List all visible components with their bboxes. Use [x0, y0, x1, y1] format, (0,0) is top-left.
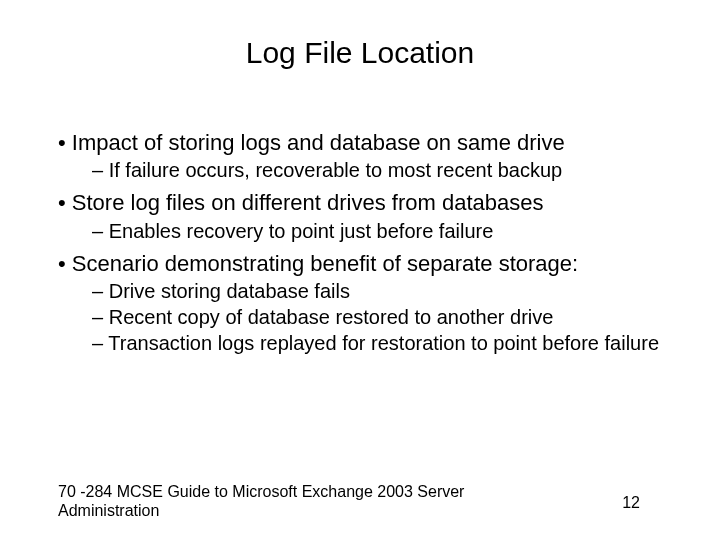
bullet-level2: Enables recovery to point just before fa… [92, 219, 680, 243]
bullet-level2: Transaction logs replayed for restoratio… [92, 331, 680, 355]
slide: Log File Location Impact of storing logs… [0, 0, 720, 540]
bullet-level1: Scenario demonstrating benefit of separa… [58, 251, 680, 277]
slide-title: Log File Location [0, 36, 720, 70]
page-number: 12 [622, 494, 640, 512]
bullet-level1: Impact of storing logs and database on s… [58, 130, 680, 156]
slide-body: Impact of storing logs and database on s… [58, 130, 680, 363]
footer-text: 70 -284 MCSE Guide to Microsoft Exchange… [58, 482, 478, 520]
bullet-level2: Recent copy of database restored to anot… [92, 305, 680, 329]
bullet-level2: Drive storing database fails [92, 279, 680, 303]
bullet-level2: If failure occurs, recoverable to most r… [92, 158, 680, 182]
bullet-level1: Store log files on different drives from… [58, 190, 680, 216]
